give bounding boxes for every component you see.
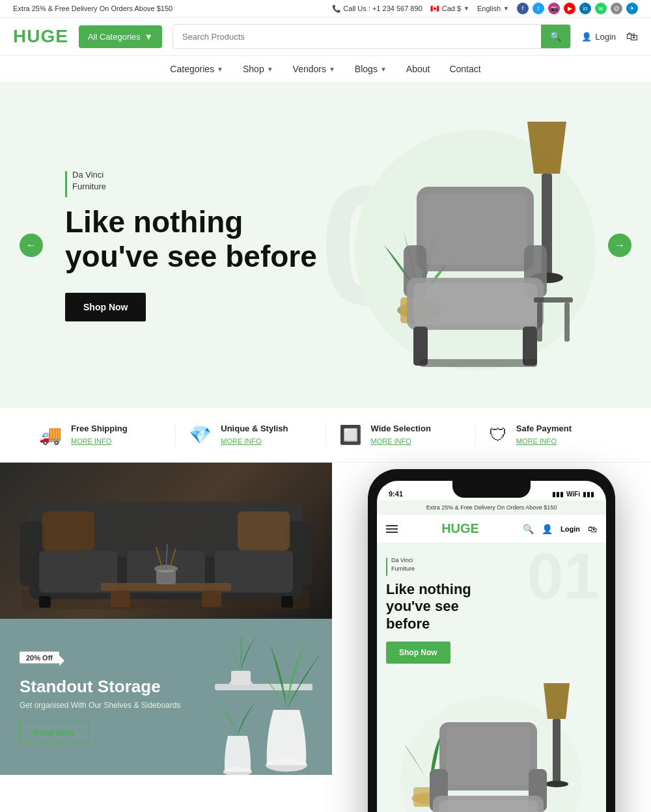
phone-search-icon[interactable]: 🔍 xyxy=(523,524,534,534)
hero-section: ← 01 Da Vinci Furniture Like nothing you… xyxy=(0,83,651,408)
feature-payment-text: Safe Payment MORE INFO xyxy=(516,424,572,446)
phone-hamburger-menu[interactable] xyxy=(386,525,398,533)
svg-rect-26 xyxy=(238,511,290,550)
storage-title: Standout Storage xyxy=(20,677,180,697)
svg-rect-29 xyxy=(202,591,221,607)
svg-rect-13 xyxy=(420,359,537,367)
facebook-icon[interactable]: f xyxy=(517,3,529,14)
selection-more-info-link[interactable]: MORE INFO xyxy=(371,437,411,445)
hero-content: Da Vinci Furniture Like nothing you've s… xyxy=(0,169,317,322)
battery-icon: ▮▮▮ xyxy=(583,491,594,498)
svg-rect-49 xyxy=(446,727,531,785)
nav-item-contact[interactable]: Contact xyxy=(449,64,480,74)
storage-shop-now-button[interactable]: Shop Now xyxy=(20,722,89,743)
diamond-icon: 💎 xyxy=(189,424,212,446)
language-selector[interactable]: English ▼ xyxy=(477,5,509,12)
cart-button[interactable]: 🛍 xyxy=(626,30,638,44)
phone-status-icons: ▮▮▮ WiFi ▮▮▮ xyxy=(552,491,594,498)
storage-content: 20% Off Standout Storage Get organised W… xyxy=(20,651,180,743)
feature-wide-selection: 🔲 Wide Selection MORE INFO xyxy=(326,424,476,446)
header-right: 👤 Login 🛍 xyxy=(581,30,638,44)
phone-hero-title: Like nothing you've see before xyxy=(386,581,503,632)
vendors-nav-arrow: ▼ xyxy=(329,66,335,73)
hero-brand-label: Da Vinci Furniture xyxy=(65,169,317,197)
currency-selector[interactable]: 🇨🇦 Cad $ ▼ xyxy=(430,5,469,13)
hero-title: Like nothing you've see before xyxy=(65,205,317,274)
svg-rect-14 xyxy=(534,297,573,303)
hero-brand-text: Da Vinci Furniture xyxy=(72,169,106,193)
shield-icon: 🛡 xyxy=(489,424,507,446)
hero-prev-button[interactable]: ← xyxy=(20,234,43,257)
nav-item-blogs[interactable]: Blogs ▼ xyxy=(355,64,387,74)
discount-badge: 20% Off xyxy=(20,652,59,664)
youtube-icon[interactable]: ▶ xyxy=(564,3,575,14)
phone-cart-icon[interactable]: 🛍 xyxy=(588,524,597,534)
main-nav: Categories ▼ Shop ▼ Vendors ▼ Blogs ▼ Ab… xyxy=(0,56,651,83)
feature-safe-payment: 🛡 Safe Payment MORE INFO xyxy=(476,424,625,446)
header: HUGE All Categories ▼ 🔍 👤 Login 🛍 xyxy=(0,18,651,56)
search-bar: 🔍 xyxy=(173,24,571,49)
phone-time: 9:41 xyxy=(389,490,403,498)
phone-chair-illustration xyxy=(386,677,597,812)
hero-product-image xyxy=(339,96,612,395)
nav-item-shop[interactable]: Shop ▼ xyxy=(243,64,273,74)
phone-screen: 9:41 ▮▮▮ WiFi ▮▮▮ Extra 25% & Free Deliv… xyxy=(377,481,606,812)
svg-rect-15 xyxy=(537,303,542,342)
telegram-icon[interactable]: ✈ xyxy=(626,3,638,14)
hamburger-line-1 xyxy=(386,525,398,526)
svg-rect-28 xyxy=(111,591,130,607)
nav-item-about[interactable]: About xyxy=(406,64,430,74)
shipping-more-info-link[interactable]: MORE INFO xyxy=(71,437,111,445)
shop-nav-arrow: ▼ xyxy=(267,66,273,73)
svg-rect-25 xyxy=(42,511,94,550)
email-icon[interactable]: @ xyxy=(611,3,622,14)
phone-login-label[interactable]: Login xyxy=(561,525,580,533)
payment-more-info-link[interactable]: MORE INFO xyxy=(516,437,557,445)
svg-rect-6 xyxy=(423,193,527,265)
site-logo[interactable]: HUGE xyxy=(13,26,68,47)
hero-shop-now-button[interactable]: Shop Now xyxy=(65,293,146,321)
login-button[interactable]: 👤 Login xyxy=(581,32,616,42)
phone-logo: HUGE xyxy=(441,521,479,536)
phone-header-icons: 🔍 👤 Login 🛍 xyxy=(523,524,597,534)
search-input[interactable] xyxy=(173,25,541,48)
storage-subtitle: Get organised With Our Shelves & Sideboa… xyxy=(20,701,180,710)
svg-marker-0 xyxy=(527,122,566,174)
phone-shop-now-button[interactable]: Shop Now xyxy=(386,642,450,664)
feature-stylish-text: Unique & Stylish MORE INFO xyxy=(221,424,288,446)
promo-text: Extra 25% & Free Delivery On Orders Abov… xyxy=(13,5,173,12)
nav-item-vendors[interactable]: Vendors ▼ xyxy=(293,64,335,74)
nav-item-categories[interactable]: Categories ▼ xyxy=(170,64,223,74)
hamburger-line-3 xyxy=(386,532,398,533)
phone-number: 📞 Call Us : +1 234 567 890 xyxy=(332,5,422,13)
categories-dropdown-arrow: ▼ xyxy=(145,32,153,42)
svg-rect-36 xyxy=(281,596,293,608)
hero-next-button[interactable]: → xyxy=(608,234,631,257)
social-icons-row: f t 📷 ▶ in w @ ✈ xyxy=(517,3,638,14)
svg-point-45 xyxy=(545,781,568,787)
svg-rect-35 xyxy=(39,596,51,608)
whatsapp-icon[interactable]: w xyxy=(595,3,607,14)
stylish-more-info-link[interactable]: MORE INFO xyxy=(221,437,261,445)
top-bar: Extra 25% & Free Delivery On Orders Abov… xyxy=(0,0,651,18)
instagram-icon[interactable]: 📷 xyxy=(548,3,560,14)
search-button[interactable]: 🔍 xyxy=(541,25,570,48)
feature-free-shipping: 🚚 Free Shipping MORE INFO xyxy=(26,424,176,446)
svg-rect-10 xyxy=(413,283,537,325)
phone-hero-brand-text: Da Vinci Furniture xyxy=(391,556,415,573)
phone-hero-label-line xyxy=(386,558,387,576)
all-categories-button[interactable]: All Categories ▼ xyxy=(79,25,162,48)
twitter-icon[interactable]: t xyxy=(533,3,544,14)
svg-marker-43 xyxy=(544,683,570,719)
storage-plants-decoration xyxy=(202,632,319,775)
phone-user-icon[interactable]: 👤 xyxy=(542,524,553,534)
svg-rect-39 xyxy=(231,671,251,685)
linkedin-icon[interactable]: in xyxy=(579,3,591,14)
grid-icon: 🔲 xyxy=(339,424,362,446)
phone-section: 9:41 ▮▮▮ WiFi ▮▮▮ Extra 25% & Free Deliv… xyxy=(332,463,651,812)
storage-banner: 20% Off Standout Storage Get organised W… xyxy=(0,619,332,775)
main-content: 20% Off Standout Storage Get organised W… xyxy=(0,463,651,812)
truck-icon: 🚚 xyxy=(39,424,62,446)
feature-shipping-text: Free Shipping MORE INFO xyxy=(71,424,128,446)
language-dropdown-arrow: ▼ xyxy=(503,5,509,12)
